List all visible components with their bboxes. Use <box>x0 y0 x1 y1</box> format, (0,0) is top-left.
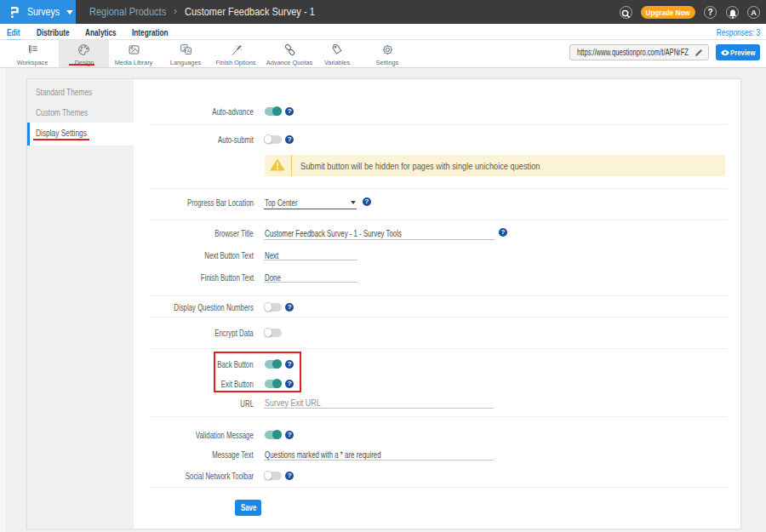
svg-text:A: A <box>186 49 190 54</box>
